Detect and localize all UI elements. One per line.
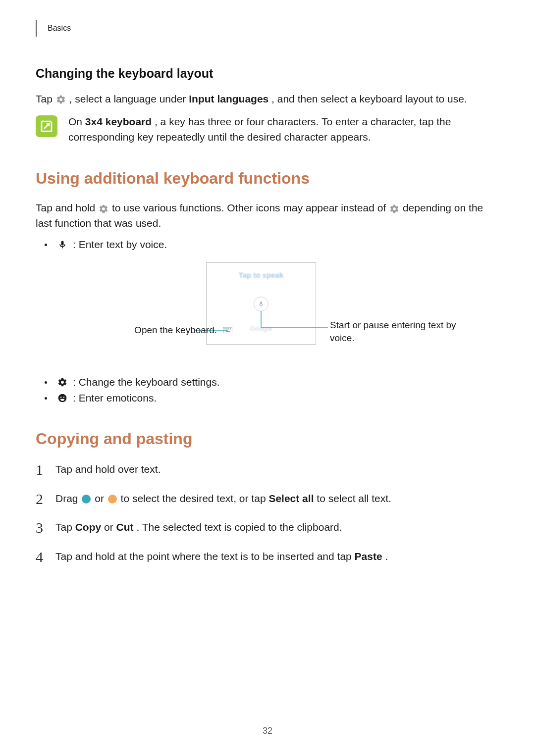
text-fragment: , select a language under — [69, 93, 189, 104]
text-fragment: Tap and hold — [36, 202, 98, 213]
text-fragment: On — [68, 116, 85, 127]
bullet-dot — [45, 381, 47, 384]
text-fragment: . The selected text is copied to the cli… — [136, 521, 342, 533]
step-1: Tap and hold over text. — [36, 462, 499, 477]
step-3: Tap Copy or Cut . The selected text is c… — [36, 520, 499, 535]
selection-handle-start-icon — [82, 495, 91, 504]
text-fragment: to select the desired text, or tap — [121, 493, 269, 504]
bold-copy: Copy — [75, 521, 102, 533]
bold-cut: Cut — [116, 521, 134, 533]
text-fragment: Tap and hold at the point where the text… — [55, 551, 355, 562]
svg-rect-4 — [230, 328, 231, 329]
intro-paragraph: Tap and hold to use various functions. O… — [36, 201, 499, 231]
step-2: Drag or to select the desired text, or t… — [36, 491, 499, 506]
bold-select-all: Select all — [268, 493, 314, 504]
text-fragment: to select all text. — [317, 493, 391, 504]
gear-icon — [98, 203, 109, 214]
callout-open-keyboard: Open the keyboard. — [134, 325, 217, 336]
gear-icon — [57, 377, 68, 388]
connector-line — [261, 311, 330, 331]
diagram-mic-button — [254, 297, 268, 311]
section-header: Basics — [36, 20, 499, 37]
step-4: Tap and hold at the point where the text… — [36, 549, 499, 564]
bullet-dot — [45, 397, 47, 400]
keyboard-icon — [223, 326, 232, 332]
text-fragment: Drag — [55, 493, 81, 504]
smiley-icon — [57, 393, 68, 403]
bullet-settings: : Change the keyboard settings. — [45, 376, 499, 388]
tap-to-speak-label: Tap to speak — [207, 271, 316, 279]
bullet-text: : Enter text by voice. — [73, 239, 167, 251]
heading-additional-functions: Using additional keyboard functions — [36, 169, 499, 188]
voice-input-diagram: Tap to speak Google Open the keyboard. S… — [36, 262, 499, 361]
text-fragment: to use various functions. Other icons ma… — [112, 202, 389, 213]
selection-handle-end-icon — [108, 495, 117, 504]
text-fragment: , and then select a keyboard layout to u… — [271, 93, 467, 104]
page-number: 32 — [263, 726, 272, 736]
svg-point-8 — [63, 397, 65, 398]
section-label: Basics — [48, 24, 71, 33]
heading-copy-paste: Copying and pasting — [36, 430, 499, 448]
subheading-changing-layout: Changing the keyboard layout — [36, 66, 499, 81]
bullet-dot — [45, 244, 47, 246]
step-text: Tap and hold over text. — [55, 463, 160, 475]
bullet-voice: : Enter text by voice. — [45, 239, 499, 251]
svg-rect-2 — [226, 328, 227, 329]
text-fragment: or — [104, 521, 116, 533]
bullet-text: : Change the keyboard settings. — [73, 376, 220, 388]
callout-start-pause-voice: Start or pause entering text by voice. — [330, 319, 464, 344]
bold-input-languages: Input languages — [189, 93, 268, 104]
diagram-screen: Tap to speak Google — [206, 262, 316, 345]
gear-icon — [55, 94, 66, 105]
gear-icon — [389, 203, 400, 214]
mic-icon — [57, 239, 68, 250]
text-fragment: or — [95, 493, 107, 504]
bullet-text: : Enter emoticons. — [73, 392, 157, 404]
svg-rect-1 — [224, 328, 225, 329]
bold-paste: Paste — [355, 551, 382, 562]
text-fragment: Tap — [55, 521, 75, 533]
layout-paragraph: Tap , select a language under Input lang… — [36, 92, 499, 106]
bold-3x4: 3x4 keyboard — [85, 116, 152, 127]
note-block: On 3x4 keyboard , a key has three or fou… — [36, 114, 499, 145]
svg-rect-3 — [228, 328, 229, 329]
svg-point-7 — [60, 397, 62, 398]
bullet-emoticons: : Enter emoticons. — [45, 392, 499, 404]
text-fragment: . — [385, 551, 388, 562]
text-fragment: Tap — [36, 93, 55, 104]
copy-paste-steps: Tap and hold over text. Drag or to selec… — [36, 462, 499, 564]
note-icon — [36, 115, 57, 137]
header-divider — [36, 20, 37, 37]
